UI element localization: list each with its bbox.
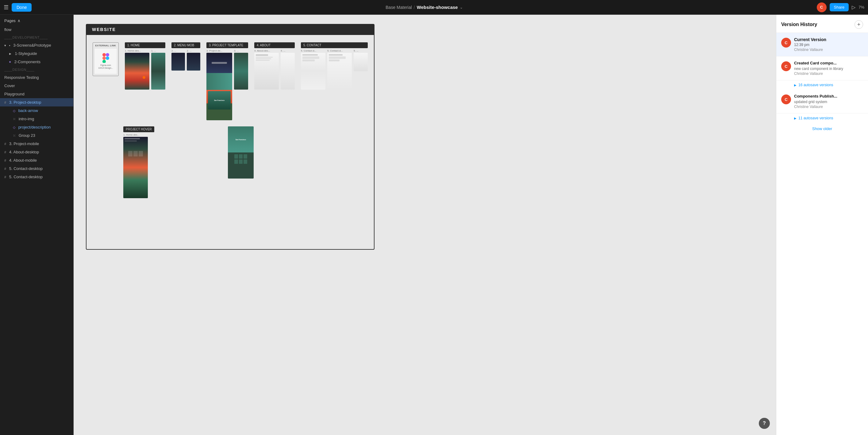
version-entry-card-desc: new card component in library [794,67,863,71]
svg-rect-2 [102,57,106,60]
external-link-label: EXTERNAL LINK [95,44,116,47]
version-entry-components-author: Christine Vallaure [794,104,863,109]
canvas[interactable]: WEBSITE EXTERNAL LINK [73,15,776,435]
about-frame-1[interactable]: 4. About-des... [254,50,279,90]
version-entry-current[interactable]: C Current Version 12:39 pm Christine Val… [776,33,868,57]
menu-mob-frame-1[interactable]: 2. ... [172,50,185,70]
menu-mob-frame-2[interactable]: 2. ... [187,50,200,70]
breadcrumb-separator: / [414,5,415,10]
file-chevron-icon[interactable]: ⌄ [460,5,463,9]
project-hover-frame-1-body [123,137,148,198]
about-section-label: 4. ABOUT [254,42,295,48]
sidebar-item-about-desktop[interactable]: # 4. About-desktop [0,148,73,156]
sidebar-item-cover[interactable]: Cover [0,82,73,90]
sidebar-item-label: 3. Project-mobile [9,142,39,146]
version-history-add-button[interactable]: + [855,20,863,29]
contact-frame-2[interactable]: 5. Contact-d... [327,50,352,90]
pages-header[interactable]: Pages ∧ [0,15,73,26]
divider-label: ____DEVELOPMENT____ [4,36,48,39]
home-section: 1. HOME 1. Home-des... 1. . [125,42,165,90]
contact-frame-2-body [327,53,352,90]
diamond-icon: ◇ [13,109,16,113]
sidebar-item-group-23[interactable]: ⁙ Group 23 [0,131,73,139]
sidebar-item-project-description[interactable]: ◇ project/description [0,123,73,131]
contact-frame-1-body [301,53,326,90]
version-entry-current-name: Current Version [794,37,863,42]
sidebar-item-styleguide[interactable]: ► 1-Styleguide [0,50,73,58]
show-older-button[interactable]: Show older [776,123,868,135]
autosave-toggle-11[interactable]: ▶ 11 autosave versions [776,114,868,123]
canvas-content: WEBSITE EXTERNAL LINK [86,24,374,250]
home-frame-1[interactable]: 1. Home-des... [125,50,149,90]
help-button[interactable]: ? [759,418,770,429]
version-entry-components[interactable]: C Components Publish... updated grid sys… [776,90,868,114]
share-button[interactable]: Share [830,3,849,11]
sidebar-item-intro-img[interactable]: ⁙ intro-img [0,115,73,123]
menu-icon[interactable]: ☰ [4,4,8,11]
home-frame-2-label: 1. ... [151,50,165,52]
sidebar-item-label: 3-Screens&Prototype [13,43,51,48]
version-avatar-components: C [781,94,791,104]
version-entry-card[interactable]: C Created Card compo... new card compone… [776,57,868,81]
sidebar-item-components[interactable]: ✦ 2-Components [0,58,73,66]
sidebar-item-label: project/description [19,125,51,129]
external-link-frame[interactable]: EXTERNAL LINK [93,42,119,76]
main-layout: Pages ∧ flow ____DEVELOPMENT____ ▾ ▪ 3-S… [0,15,868,435]
contact-frame-1[interactable]: 5. Contact-d... [301,50,326,90]
project-hover-frame-1-label: 1. Home-des... [123,133,148,136]
sidebar-item-label: 5. Contact-desktop [9,175,43,179]
version-entry-current-author: Christine Vallaure [794,48,863,52]
sidebar-item-contact-desktop2[interactable]: # 5. Contact-desktop [0,173,73,181]
sidebar-item-back-arrow[interactable]: ◇ back-arrow [0,106,73,115]
topbar: ☰ Done Base Material / Website-showcase … [0,0,868,15]
website-label: WEBSITE [86,24,374,35]
autosave-arrow-icon-2: ▶ [794,117,797,120]
frame-icon: ▪ [9,43,10,47]
file-name[interactable]: Website-showcase [417,5,458,10]
about-frame-2-label: 4. ... [281,50,295,52]
done-button[interactable]: Done [12,3,32,12]
sidebar-item-label: 5. Contact-desktop [9,166,43,171]
avatar: C [817,2,827,12]
sidebar-item-about-mobile[interactable]: # 4. About-mobile [0,156,73,164]
sidebar-item-playground[interactable]: Playground [0,90,73,98]
version-entry-card-author: Christine Vallaure [794,71,863,76]
about-frame-2[interactable]: 4. ... [281,50,295,90]
sidebar-item-project-mobile[interactable]: # 3. Project-mobile [0,139,73,148]
sidebar-item-label: 4. About-mobile [9,158,37,163]
play-icon[interactable]: ▷ [852,4,856,10]
autosave-count-11: 11 autosave versions [798,116,833,120]
version-entry-current-body: Current Version 12:39 pm Christine Valla… [794,37,863,52]
project-hover-section: PROJECT HOVER 1. Home-des... [123,126,154,198]
project-hover-frame-1[interactable]: 1. Home-des... [123,133,148,198]
sidebar-item-responsive-testing[interactable]: Responsive Testing [0,73,73,82]
svg-rect-1 [106,53,109,57]
autosave-toggle-16[interactable]: ▶ 16 autosave versions [776,81,868,90]
zoom-level[interactable]: 7% [859,5,864,9]
sidebar-item-screens-prototype[interactable]: ▾ ▪ 3-Screens&Prototype [0,41,73,50]
contact-frame-2-label: 5. Contact-d... [327,50,352,52]
version-entry-card-name: Created Card compo... [794,61,863,65]
svg-point-3 [106,57,109,60]
about-frame-1-body [254,53,279,90]
topbar-right: C Share ▷ 7% [817,2,865,12]
contact-frame-3[interactable]: 5. ... [354,50,368,71]
project-template-frame-2[interactable]: 3. ... [234,50,248,90]
sidebar-item-label: back-arrow [19,108,38,113]
component-icon: ✦ [8,60,11,64]
version-entry-current-header: C Current Version 12:39 pm Christine Val… [781,37,863,52]
about-section: 4. ABOUT 4. About-des... [254,42,295,90]
website-frame: EXTERNAL LINK [86,35,374,250]
project-template-frame-1[interactable]: 3. Project-de... [207,50,232,120]
project-scroll-frame[interactable]: San Francisco [228,126,254,179]
about-frame-1-label: 4. About-des... [254,50,279,52]
sidebar-item-project-desktop[interactable]: # 3. Project-desktop [0,98,73,106]
version-entry-components-header: C Components Publish... updated grid sys… [781,94,863,109]
home-frame-2[interactable]: 1. ... [151,50,165,90]
sidebar-item-flow[interactable]: flow [0,26,73,34]
grid-dots-icon: ⁙ [13,117,16,121]
sidebar-item-contact-desktop[interactable]: # 5. Contact-desktop [0,164,73,173]
sidebar-item-label: Group 23 [19,133,35,138]
project-scroll-frame-body: San Francisco [228,126,254,179]
contact-frame-1-label: 5. Contact-d... [301,50,326,52]
